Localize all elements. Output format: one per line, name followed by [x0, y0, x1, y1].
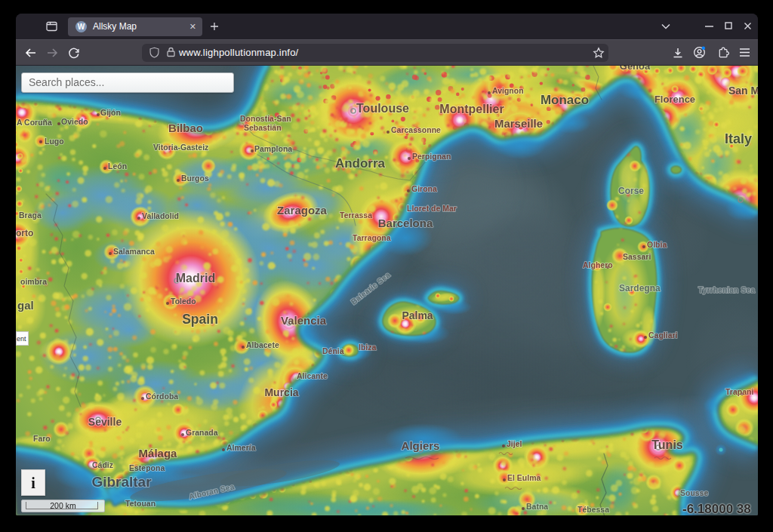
svg-text:Spain: Spain [182, 312, 218, 327]
svg-text:Tébessa: Tébessa [577, 505, 609, 514]
svg-text:Alghero: Alghero [583, 260, 613, 269]
svg-text:Seville: Seville [88, 416, 122, 428]
svg-text:Alicante: Alicante [297, 371, 328, 380]
svg-text:Monaco: Monaco [540, 93, 589, 107]
svg-text:Oviedo: Oviedo [61, 117, 88, 126]
svg-text:Zaragoza: Zaragoza [277, 204, 328, 217]
svg-text:Montpellier: Montpellier [439, 103, 504, 115]
svg-text:Gijón: Gijón [100, 108, 121, 117]
svg-text:Toulouse: Toulouse [356, 102, 409, 115]
svg-text:Andorra: Andorra [335, 156, 386, 171]
svg-text:Vitoria-Gasteiz: Vitoria-Gasteiz [153, 143, 208, 152]
svg-text:Ibiza: Ibiza [359, 343, 376, 352]
svg-text:Carcassonne: Carcassonne [391, 125, 441, 134]
svg-text:Bilbao: Bilbao [168, 121, 203, 134]
svg-text:Burgos: Burgos [181, 174, 209, 183]
svg-text:Madrid: Madrid [176, 272, 215, 284]
svg-text:Pamplona: Pamplona [254, 144, 292, 153]
svg-text:Trapani: Trapani [725, 387, 753, 396]
svg-text:orto: orto [16, 228, 33, 238]
svg-text:Marseille: Marseille [494, 117, 543, 130]
svg-text:Tyrrhenian Sea: Tyrrhenian Sea [698, 285, 755, 294]
svg-text:Cagliari: Cagliari [648, 331, 678, 340]
svg-text:Córdoba: Córdoba [146, 392, 178, 401]
svg-text:Lugo: Lugo [45, 137, 64, 146]
svg-text:El Eulma: El Eulma [507, 473, 541, 482]
svg-text:Dénia: Dénia [322, 346, 344, 355]
svg-text:Albacete: Albacete [246, 340, 279, 349]
svg-text:Murcia: Murcia [264, 386, 298, 398]
svg-text:Granada: Granada [186, 428, 218, 437]
svg-text:Toledo: Toledo [171, 297, 196, 306]
svg-text:Faro: Faro [33, 434, 51, 443]
svg-text:Jijel: Jijel [507, 439, 522, 448]
svg-text:Málaga: Málaga [139, 447, 178, 460]
svg-text:Valencia: Valencia [281, 314, 327, 327]
svg-text:Valladolid: Valladolid [142, 211, 179, 220]
svg-text:Barcelona: Barcelona [378, 217, 433, 229]
svg-text:Gibraltar: Gibraltar [91, 474, 152, 490]
svg-text:Sassari: Sassari [623, 252, 651, 261]
svg-text:León: León [108, 161, 127, 171]
svg-text:Olbia: Olbia [647, 240, 667, 249]
svg-text:Sousse: Sousse [680, 488, 709, 497]
svg-text:Braga: Braga [19, 211, 42, 220]
svg-text:Corse: Corse [618, 186, 644, 196]
svg-text:oimbra: oimbra [20, 277, 47, 286]
svg-text:Sebastián: Sebastián [244, 123, 282, 132]
svg-text:Almería: Almería [226, 443, 256, 452]
svg-text:Florence: Florence [654, 94, 695, 105]
svg-text:Estepona: Estepona [129, 463, 165, 472]
svg-text:Salamanca: Salamanca [113, 247, 155, 256]
svg-text:Sardegna: Sardegna [619, 283, 661, 294]
svg-text:Cádiz: Cádiz [92, 460, 113, 469]
svg-text:A Coruña: A Coruña [17, 118, 52, 127]
svg-text:Perpignan: Perpignan [412, 152, 451, 161]
svg-text:Tarragona: Tarragona [353, 233, 391, 242]
svg-text:Palma: Palma [402, 309, 433, 321]
svg-text:Batna: Batna [526, 502, 548, 511]
svg-text:Tetouan: Tetouan [125, 499, 156, 508]
svg-text:Algiers: Algiers [402, 439, 440, 452]
svg-text:Genoa: Genoa [620, 66, 651, 72]
svg-text:Donostia-San: Donostia-San [240, 114, 291, 123]
svg-text:gal: gal [17, 299, 34, 312]
svg-text:Italy: Italy [725, 131, 752, 146]
svg-text:Lloret de Mar: Lloret de Mar [407, 204, 457, 213]
svg-text:Terrassa: Terrassa [340, 211, 372, 220]
svg-text:Tunis: Tunis [651, 438, 683, 451]
svg-text:Avignon: Avignon [492, 86, 524, 95]
svg-text:San Marin: San Marin [728, 85, 758, 97]
svg-text:Girona: Girona [411, 184, 437, 193]
